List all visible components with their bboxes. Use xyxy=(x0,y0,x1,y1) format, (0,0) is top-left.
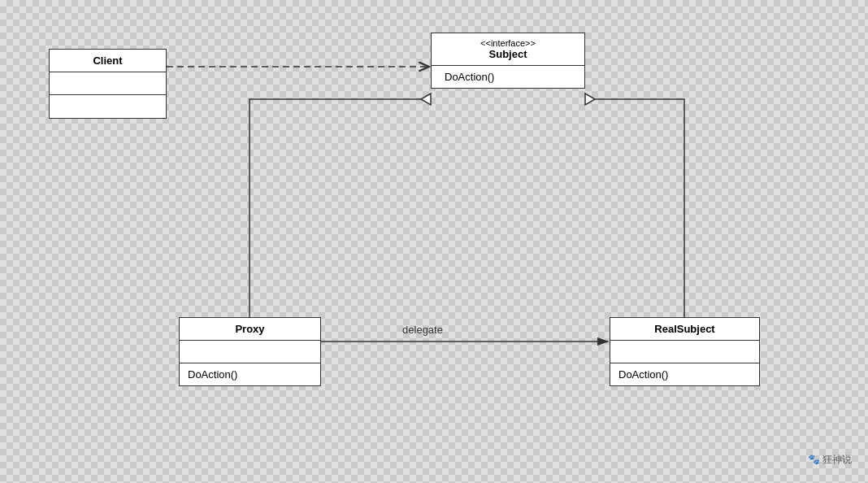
delegate-label: delegate xyxy=(402,324,443,336)
subject-stereotype: <<interface>> xyxy=(480,38,536,48)
client-name: Client xyxy=(93,54,122,67)
client-header: Client xyxy=(50,50,166,72)
subject-name: Subject xyxy=(489,48,527,60)
proxy-header: Proxy xyxy=(180,318,320,341)
proxy-realization-triangle xyxy=(421,94,431,105)
subject-method-text: DoAction() xyxy=(445,71,494,83)
client-section-2 xyxy=(50,95,166,118)
realsubject-realization-line xyxy=(585,99,684,317)
proxy-method-text: DoAction() xyxy=(188,368,237,381)
subject-method: DoAction() xyxy=(432,66,584,88)
client-box: Client xyxy=(49,49,167,119)
watermark-icon: 🐾 xyxy=(808,454,820,465)
subject-header: <<interface>> Subject xyxy=(432,33,584,66)
proxy-method: DoAction() xyxy=(180,363,320,385)
diagram-area: Client <<interface>> Subject DoAction() … xyxy=(0,0,868,483)
watermark: 🐾 狂神说 xyxy=(808,453,852,467)
watermark-text: 狂神说 xyxy=(822,454,852,465)
proxy-box: Proxy DoAction() xyxy=(179,317,321,386)
realsubject-header: RealSubject xyxy=(610,318,759,341)
realsubject-method: DoAction() xyxy=(610,363,759,385)
realsubject-name: RealSubject xyxy=(654,323,714,335)
realsubject-box: RealSubject DoAction() xyxy=(610,317,760,386)
proxy-realization-line xyxy=(250,99,431,317)
proxy-name: Proxy xyxy=(235,323,264,335)
client-section-1 xyxy=(50,72,166,95)
realsubject-section-empty xyxy=(610,341,759,363)
realsubject-method-text: DoAction() xyxy=(618,368,668,381)
realsubject-realization-triangle xyxy=(585,94,595,105)
subject-box: <<interface>> Subject DoAction() xyxy=(431,33,585,89)
proxy-section-empty xyxy=(180,341,320,363)
